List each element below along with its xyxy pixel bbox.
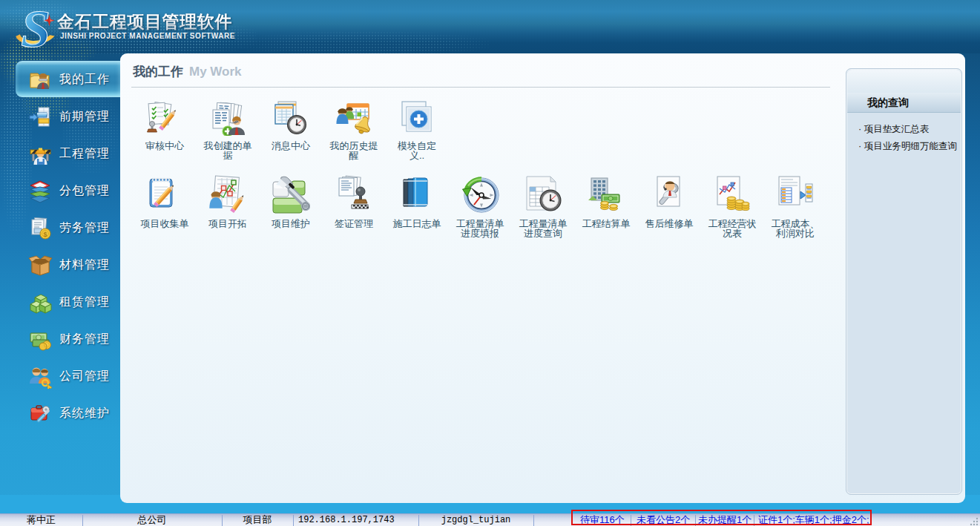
svg-text:$: $	[43, 231, 47, 238]
svg-text:S: S	[22, 4, 48, 53]
